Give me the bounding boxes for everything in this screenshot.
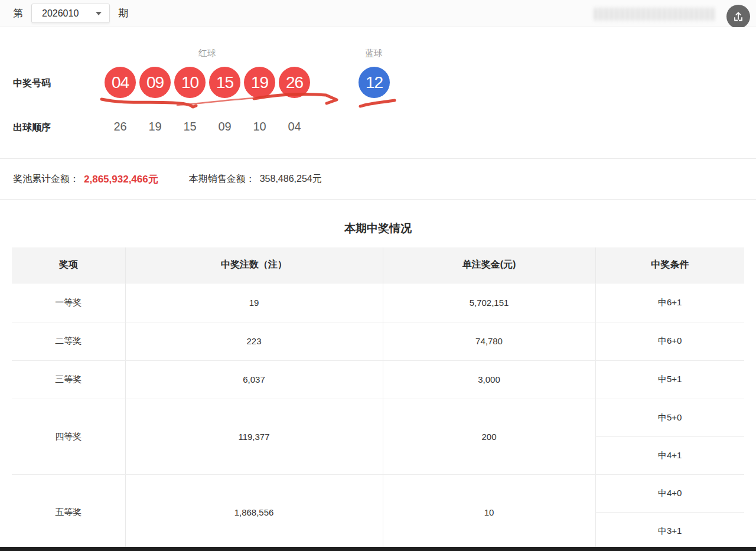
table-row: 三等奖 6,037 3,000 中5+1 [12, 360, 744, 399]
count-cell: 1,868,556 [125, 474, 383, 550]
share-button[interactable] [726, 5, 750, 28]
red-ball: 09 [139, 67, 171, 98]
table-row: 四等奖 119,377 200 中5+0 [12, 399, 744, 436]
order-number: 15 [174, 120, 206, 133]
results-section: 本期中奖情况 奖项 中奖注数（注） 单注奖金(元) 中奖条件 一等奖 19 5,… [0, 200, 756, 550]
table-header-row: 奖项 中奖注数（注） 单注奖金(元) 中奖条件 [12, 247, 744, 283]
period-prefix: 第 [13, 6, 23, 20]
blue-ball-group-label: 蓝球 [365, 48, 383, 59]
results-table: 奖项 中奖注数（注） 单注奖金(元) 中奖条件 一等奖 19 5,702,151… [12, 247, 744, 550]
amount-cell: 74,780 [383, 322, 595, 360]
condition-cell: 中5+1 [595, 360, 744, 399]
red-ball: 04 [105, 67, 136, 98]
jackpot-amount: 2,865,932,466元 [84, 172, 158, 186]
draw-order-label: 出球顺序 [13, 122, 51, 134]
winning-numbers-label: 中奖号码 [13, 77, 51, 90]
prize-cell: 二等奖 [12, 322, 125, 360]
order-number: 26 [105, 120, 136, 133]
prize-cell: 一等奖 [12, 283, 125, 322]
red-ball: 26 [279, 67, 310, 98]
red-ball-group-label: 红球 [198, 48, 216, 59]
jackpot-label: 奖池累计金额： [13, 173, 79, 185]
order-number: 09 [209, 120, 240, 133]
prize-cell: 五等奖 [12, 474, 125, 550]
share-capture-icon [732, 11, 744, 22]
column-header-prize: 奖项 [12, 247, 125, 283]
condition-cell: 中4+1 [595, 436, 744, 474]
count-cell: 6,037 [125, 360, 383, 399]
condition-cell: 中5+0 [595, 399, 744, 436]
table-row: 二等奖 223 74,780 中6+0 [12, 322, 744, 360]
order-number: 04 [279, 120, 310, 133]
sales-amount: 358,486,254元 [260, 173, 322, 185]
prize-pool-section: 奖池累计金额： 2,865,932,466元 本期销售金额： 358,486,2… [0, 158, 756, 200]
table-row: 一等奖 19 5,702,151 中6+1 [12, 283, 744, 322]
sales-label: 本期销售金额： [189, 173, 255, 185]
amount-cell: 5,702,151 [383, 283, 595, 322]
condition-cell: 中6+1 [595, 283, 744, 322]
winning-numbers-section: 红球 蓝球 中奖号码 04 09 10 15 19 26 12 出球顺序 26 … [0, 27, 756, 158]
chevron-down-icon [96, 12, 102, 15]
period-value: 2026010 [42, 8, 79, 19]
column-header-condition: 中奖条件 [595, 247, 744, 283]
draw-order-row: 26 19 15 09 10 04 [105, 120, 310, 133]
period-dropdown[interactable]: 2026010 [31, 4, 110, 23]
period-suffix: 期 [118, 6, 128, 20]
prize-cell: 四等奖 [12, 399, 125, 474]
condition-cell: 中3+1 [595, 512, 744, 550]
table-row: 五等奖 1,868,556 10 中4+0 [12, 474, 744, 512]
red-ball: 10 [174, 67, 206, 98]
column-header-amount: 单注奖金(元) [383, 247, 595, 283]
blue-ball: 12 [359, 67, 390, 98]
condition-cell: 中6+0 [595, 322, 744, 360]
count-cell: 119,377 [125, 399, 383, 474]
bottom-dark-bar [0, 547, 756, 551]
results-title: 本期中奖情况 [0, 200, 756, 236]
blurred-watermark [595, 8, 716, 21]
topbar: 第 2026010 期 [0, 0, 756, 27]
condition-cell: 中4+0 [595, 474, 744, 512]
prize-cell: 三等奖 [12, 360, 125, 399]
count-cell: 223 [125, 322, 383, 360]
order-number: 10 [244, 120, 275, 133]
amount-cell: 200 [383, 399, 595, 474]
red-ball: 19 [244, 67, 275, 98]
count-cell: 19 [125, 283, 383, 322]
amount-cell: 10 [383, 474, 595, 550]
red-balls-row: 04 09 10 15 19 26 [105, 67, 310, 98]
amount-cell: 3,000 [383, 360, 595, 399]
column-header-count: 中奖注数（注） [125, 247, 383, 283]
order-number: 19 [139, 120, 171, 133]
red-ball: 15 [209, 67, 240, 98]
